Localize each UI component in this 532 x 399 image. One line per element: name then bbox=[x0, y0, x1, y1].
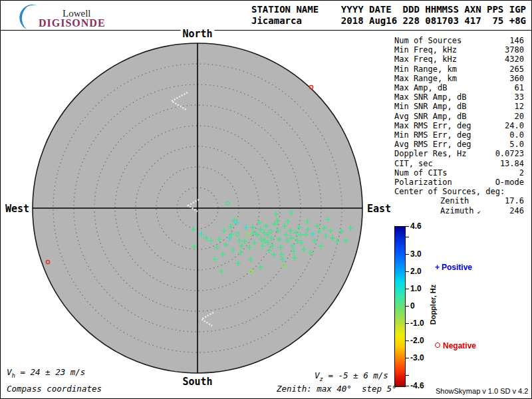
stat-value: 13.84 bbox=[500, 159, 524, 168]
colorbar-title: Doppler, Hz bbox=[429, 285, 437, 325]
colorbar-tick-label: 2.0 bbox=[410, 267, 422, 276]
stat-label: Avg RMS Err, deg bbox=[394, 140, 471, 149]
colorbar-tick bbox=[405, 254, 409, 255]
stat-value: 0.0 bbox=[509, 130, 524, 140]
stat-value: 24.0 bbox=[505, 121, 524, 130]
stat-row: Max RMS Err, deg24.0 bbox=[394, 121, 524, 130]
vertical-velocity-value: Vz = -5 ± 6 m/s bbox=[315, 370, 388, 382]
compass-label-east: East bbox=[367, 203, 391, 215]
plus-marker-icon: + bbox=[435, 263, 440, 272]
stat-label: Max Freq, kHz bbox=[394, 55, 457, 64]
negative-doppler-legend: Negative bbox=[435, 341, 476, 350]
stat-row: Min Range, km265 bbox=[394, 65, 524, 74]
stat-row: CIT, sec13.84 bbox=[394, 159, 524, 168]
stat-row: Doppler Res, Hz0.0723 bbox=[394, 149, 524, 158]
stat-row: Center of Sources, deg: bbox=[394, 187, 524, 196]
colorbar-tick-label: 3.0 bbox=[410, 249, 422, 259]
zenith-scale-label: Zenith: max 40° step 5° bbox=[277, 384, 397, 394]
compass-label-west: West bbox=[4, 203, 29, 215]
stat-row: Max SNR Amp, dB33 bbox=[394, 92, 524, 102]
stat-row: Min Freq, kHz3780 bbox=[394, 45, 524, 55]
colorbar-tick-label: -3.0 bbox=[410, 353, 424, 362]
azimuth-arrow-icon: ↙ bbox=[474, 208, 481, 215]
horizontal-velocity-value: Vh = 24 ± 23 m/s bbox=[7, 367, 85, 379]
software-version-label: ShowSkymap v 1.0 SD v 4.2 bbox=[436, 387, 528, 395]
colorbar-tick bbox=[405, 226, 409, 227]
colorbar-tick bbox=[405, 375, 409, 376]
stat-row: PolarizationO-mode bbox=[394, 178, 524, 187]
colorbar-tick-label: -2.0 bbox=[410, 336, 424, 345]
stat-value: 0.0723 bbox=[495, 149, 524, 158]
stat-label: Num of Sources bbox=[394, 36, 462, 45]
stat-label: Min Range, km bbox=[394, 65, 457, 74]
colorbar-tick bbox=[405, 358, 409, 358]
positive-doppler-legend: +Positive bbox=[435, 263, 472, 272]
stat-value: 146 bbox=[509, 36, 524, 45]
stat-label: Min SNR Amp, dB bbox=[394, 102, 466, 111]
stat-label: Zenith bbox=[394, 196, 469, 205]
colorbar-tick-label: 0 bbox=[410, 301, 415, 311]
colorbar-tick-label: -4.6 bbox=[410, 381, 424, 390]
stat-value: 2 bbox=[519, 168, 524, 178]
stat-value: 5.0 bbox=[509, 140, 524, 149]
stat-row: Max Freq, kHz4320 bbox=[394, 55, 524, 64]
stat-value: 4320 bbox=[505, 55, 524, 64]
stat-label: Min Freq, kHz bbox=[394, 45, 457, 55]
stat-row: Num of Sources146 bbox=[394, 36, 524, 45]
circle-marker-icon bbox=[435, 342, 440, 348]
colorbar-tick bbox=[405, 306, 409, 307]
logo-text-digisonde: DIGISONDE bbox=[39, 17, 106, 29]
positive-label: Positive bbox=[442, 263, 472, 272]
colorbar-tick bbox=[405, 289, 409, 289]
stat-label: Polarization bbox=[394, 178, 452, 187]
stat-value: 360 bbox=[509, 74, 524, 83]
compass-label-north: North bbox=[180, 28, 214, 40]
stat-value: 3780 bbox=[505, 45, 524, 55]
doppler-colorbar bbox=[394, 226, 406, 387]
header-columns-row: STATION NAME YYYY DATE DDD HHMMSS AXN PP… bbox=[251, 4, 526, 15]
colorbar-tick bbox=[405, 386, 409, 386]
colorbar-tick bbox=[405, 323, 409, 324]
stat-row: Min RMS Err, deg0.0 bbox=[394, 130, 524, 140]
stat-value: 20 bbox=[515, 112, 524, 121]
stat-row: Zenith17.6 bbox=[394, 196, 524, 205]
stat-label: Max SNR Amp, dB bbox=[394, 92, 466, 102]
colorbar-tick bbox=[405, 340, 409, 341]
lowell-digisonde-logo: Lowell DIGISONDE bbox=[19, 3, 118, 29]
stat-label: CIT, sec bbox=[394, 159, 433, 168]
stat-label: Min RMS Err, deg bbox=[394, 130, 471, 140]
stat-value: 12 bbox=[515, 102, 524, 111]
stat-label: Avg SNR Amp, dB bbox=[394, 112, 466, 121]
station-header: STATION NAME YYYY DATE DDD HHMMSS AXN PP… bbox=[251, 4, 526, 27]
stat-row: Avg SNR Amp, dB20 bbox=[394, 112, 524, 121]
stat-label: Azimuth↙ bbox=[394, 206, 481, 216]
stat-value: 61 bbox=[515, 83, 524, 92]
stat-label: Doppler Res, Hz bbox=[394, 149, 466, 158]
stat-row: Num of CITs2 bbox=[394, 168, 524, 178]
negative-label: Negative bbox=[443, 341, 476, 350]
stat-value: 33 bbox=[515, 92, 524, 102]
stat-value: 265 bbox=[509, 65, 524, 74]
stat-value: 246 bbox=[509, 206, 524, 216]
stat-row: Azimuth↙246 bbox=[394, 206, 524, 216]
stat-row: Max Amp, dB61 bbox=[394, 83, 524, 92]
stat-row: Min SNR Amp, dB12 bbox=[394, 102, 524, 111]
stat-row: Avg RMS Err, deg5.0 bbox=[394, 140, 524, 149]
colorbar-tick-label: -1.0 bbox=[410, 319, 424, 328]
stat-label: Max Amp, dB bbox=[394, 83, 447, 92]
stat-label: Center of Sources, deg: bbox=[394, 187, 505, 196]
colorbar-tick-label: 4.6 bbox=[410, 221, 422, 231]
colorbar-tick bbox=[405, 237, 409, 237]
stat-value: 17.6 bbox=[505, 196, 524, 205]
header-values-row: Jicamarca 2018 Aug16 228 081703 417 75 +… bbox=[251, 15, 526, 26]
coordinates-mode-label: Compass coordinates bbox=[7, 384, 102, 394]
measurement-stats-panel: Num of Sources146Min Freq, kHz3780Max Fr… bbox=[394, 36, 524, 216]
stat-label: Max RMS Err, deg bbox=[394, 121, 471, 130]
colorbar-tick-label: 1.0 bbox=[410, 284, 422, 293]
stat-label: Num of CITs bbox=[394, 168, 447, 178]
stat-row: Max Range, km360 bbox=[394, 74, 524, 83]
compass-label-south: South bbox=[182, 376, 212, 388]
stat-label: Max Range, km bbox=[394, 74, 457, 83]
stat-value: O-mode bbox=[495, 178, 524, 187]
colorbar-tick bbox=[405, 271, 409, 272]
